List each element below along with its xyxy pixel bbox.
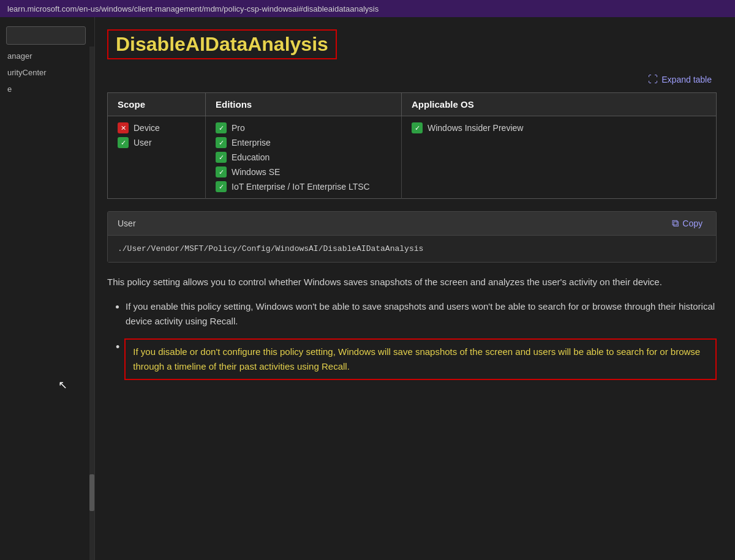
code-block-header: User ⧉ Copy <box>108 212 716 236</box>
content-area: DisableAIDataAnalysis ⛶ Expand table Sco… <box>95 17 735 560</box>
policy-table: Scope Editions Applicable OS ✕ Device ✓ … <box>107 92 717 199</box>
edition-iot: ✓ IoT Enterprise / IoT Enterprise LTSC <box>216 181 391 192</box>
copy-icon: ⧉ <box>672 218 679 229</box>
edition-education: ✓ Education <box>216 152 391 163</box>
code-content: ./User/Vendor/MSFT/Policy/Config/Windows… <box>108 236 716 262</box>
copy-button[interactable]: ⧉ Copy <box>668 217 706 230</box>
code-text: ./User/Vendor/MSFT/Policy/Config/Windows… <box>118 244 423 253</box>
edition-enterprise: ✓ Enterprise <box>216 137 391 148</box>
check-icon-pro: ✓ <box>216 122 227 133</box>
check-icon-os: ✓ <box>412 122 423 133</box>
x-icon-device: ✕ <box>118 122 129 133</box>
bullet-dot: • <box>116 338 119 356</box>
table-cell-scope: ✕ Device ✓ User <box>108 116 206 199</box>
scope-user: ✓ User <box>118 137 195 148</box>
bullet-item-enable: If you enable this policy setting, Windo… <box>126 299 717 329</box>
os-windows-insider: ✓ Windows Insider Preview <box>412 122 706 133</box>
bullet-list: If you enable this policy setting, Windo… <box>107 299 717 329</box>
expand-table-button[interactable]: ⛶ Expand table <box>643 72 717 88</box>
code-block-wrapper: User ⧉ Copy ./User/Vendor/MSFT/Policy/Co… <box>107 211 717 263</box>
check-icon-education: ✓ <box>216 152 227 163</box>
edition-enterprise-label: Enterprise <box>232 138 271 147</box>
col-header-editions: Editions <box>206 93 402 116</box>
sidebar-item-e[interactable]: e <box>0 81 94 97</box>
cursor-pointer: ↖ <box>58 378 67 392</box>
expand-table-label: Expand table <box>662 75 712 84</box>
code-block-label: User <box>118 218 136 228</box>
bullet-item-disable-text: If you disable or don't configure this p… <box>133 346 700 371</box>
col-header-os: Applicable OS <box>402 93 717 116</box>
highlighted-bullet-box: If you disable or don't configure this p… <box>124 338 717 380</box>
check-icon-iot: ✓ <box>216 181 227 192</box>
bullet-item-disable-wrapper: • If you disable or don't configure this… <box>107 336 717 380</box>
check-icon-windows-se: ✓ <box>216 166 227 177</box>
scope-device: ✕ Device <box>118 122 195 133</box>
sidebar: ▲ anager urityCenter e ↖ <box>0 17 95 560</box>
expand-icon: ⛶ <box>648 74 658 85</box>
edition-pro: ✓ Pro <box>216 122 391 133</box>
scrollbar-thumb[interactable] <box>89 474 94 511</box>
address-bar: learn.microsoft.com/en-us/windows/client… <box>0 0 735 17</box>
scrollbar-track[interactable] <box>89 47 94 560</box>
scope-user-label: User <box>134 138 152 147</box>
check-icon-enterprise: ✓ <box>216 137 227 148</box>
page-title: DisableAIDataAnalysis <box>107 29 337 59</box>
sidebar-item-security-center[interactable]: urityCenter <box>0 64 94 81</box>
edition-windows-se: ✓ Windows SE <box>216 166 391 177</box>
sidebar-search-box[interactable] <box>6 26 86 45</box>
description-text: This policy setting allows you to contro… <box>107 275 717 289</box>
scope-device-label: Device <box>134 123 160 133</box>
edition-pro-label: Pro <box>232 123 245 133</box>
col-header-scope: Scope <box>108 93 206 116</box>
edition-iot-label: IoT Enterprise / IoT Enterprise LTSC <box>232 182 370 192</box>
edition-education-label: Education <box>232 152 270 162</box>
expand-table-row: ⛶ Expand table <box>107 72 717 88</box>
url-text: learn.microsoft.com/en-us/windows/client… <box>7 4 379 13</box>
table-cell-editions: ✓ Pro ✓ Enterprise ✓ Education ✓ <box>206 116 402 199</box>
edition-windows-se-label: Windows SE <box>232 167 280 177</box>
copy-label: Copy <box>682 218 703 228</box>
table-row: ✕ Device ✓ User ✓ Pro <box>108 116 717 199</box>
table-cell-os: ✓ Windows Insider Preview <box>402 116 717 199</box>
highlighted-bullet-list: • If you disable or don't configure this… <box>107 336 717 380</box>
check-icon-user: ✓ <box>118 137 129 148</box>
os-label: Windows Insider Preview <box>428 123 523 133</box>
sidebar-item-manager[interactable]: anager <box>0 48 94 64</box>
